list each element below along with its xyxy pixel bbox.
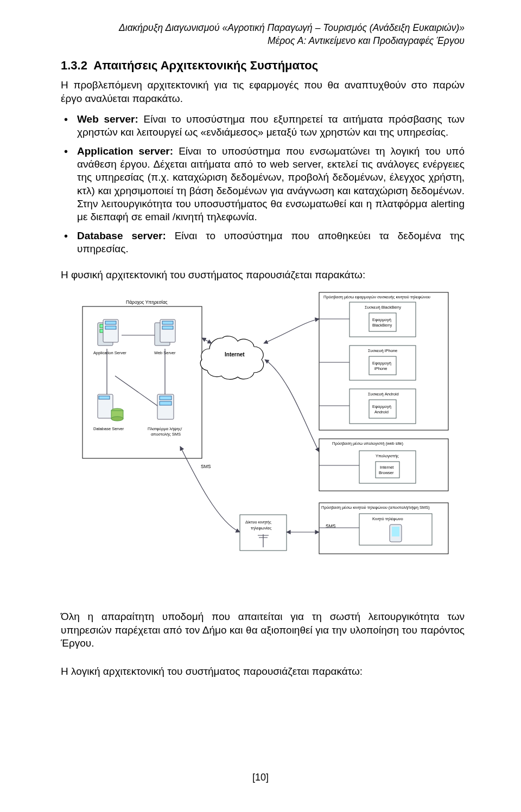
section-title: Απαιτήσεις Αρχιτεκτονικής Συστήματος bbox=[93, 59, 318, 72]
header-line-2: Μέρος Α: Αντικείμενο και Προδιαγραφές Έρ… bbox=[61, 35, 465, 48]
svg-rect-6 bbox=[105, 326, 116, 329]
diagram-pc: Υπολογιστής bbox=[376, 453, 399, 458]
diagram-a-dev: Συσκευή Android bbox=[368, 392, 399, 397]
diagram-browser2: Browser bbox=[379, 470, 394, 475]
closing-paragraph-2: Η λογική αρχιτεκτονική του συστήματος πα… bbox=[61, 665, 465, 678]
architecture-diagram: Πάροχος Υπηρεσίας Application Server Web… bbox=[72, 289, 454, 578]
diagram-bb-app2: BlackBerry bbox=[372, 323, 392, 328]
diagram-internet: Internet bbox=[225, 351, 245, 357]
bullet-lead: Web server: bbox=[77, 113, 138, 125]
bullet-lead: Application server: bbox=[77, 145, 173, 157]
diagram-i-app1: Εφαρμογή bbox=[372, 361, 391, 366]
diagram-db-server: Database Server bbox=[93, 426, 124, 431]
diagram-provider-label: Πάροχος Υπηρεσίας bbox=[126, 299, 168, 305]
diagram-sms-access: Πρόσβαση μέσω κινητού τηλεφώνου (αποστολ… bbox=[321, 505, 430, 510]
diagram-a-app1: Εφαρμογή bbox=[372, 404, 391, 409]
page-header: Διακήρυξη Διαγωνισμού «Αγροτική Παραγωγή… bbox=[61, 22, 465, 47]
bullet-lead: Database server: bbox=[77, 230, 166, 241]
diagram-bb-app1: Εφαρμογή bbox=[372, 317, 391, 322]
diagram-cellnet2: τηλεφωνίας bbox=[251, 526, 272, 530]
svg-rect-5 bbox=[105, 321, 116, 324]
svg-rect-18 bbox=[160, 401, 171, 405]
diagram-mobile: Κινητό τηλέφωνο bbox=[372, 516, 403, 521]
diagram-sms-1: SMS bbox=[201, 464, 211, 469]
list-item: Application server: Είναι το υποσύστημα … bbox=[61, 145, 465, 224]
physical-intro: Η φυσική αρχιτεκτονική του συστήματος πα… bbox=[61, 268, 465, 282]
svg-rect-12 bbox=[99, 396, 110, 399]
diagram-app-server: Application Server bbox=[93, 350, 126, 355]
svg-rect-10 bbox=[162, 326, 173, 329]
app-server-icon bbox=[98, 319, 118, 346]
svg-rect-30 bbox=[369, 400, 396, 418]
diagram-mobile-apps: Πρόσβαση μέσω εφαρμογών συσκευής κινητού… bbox=[323, 295, 430, 299]
sms-platform-icon bbox=[157, 394, 174, 419]
bullet-list: Web server: Είναι το υποσύστημα που εξυπ… bbox=[61, 113, 465, 255]
svg-rect-41 bbox=[392, 527, 399, 536]
list-item: Database server: Είναι το υποσύστημα που… bbox=[61, 229, 465, 256]
diagram-i-dev: Συσκευή iPhone bbox=[368, 348, 397, 353]
diagram-sms-platform-2: αποστολής SMS bbox=[151, 432, 181, 437]
closing-paragraph-1: Όλη η απαραίτητη υποδομή που απαιτείται … bbox=[61, 610, 465, 650]
svg-rect-28 bbox=[369, 356, 396, 375]
svg-point-15 bbox=[111, 417, 123, 421]
web-server-icon bbox=[155, 319, 175, 346]
section-heading: 1.3.2 Απαιτήσεις Αρχιτεκτονικής Συστήματ… bbox=[61, 58, 465, 73]
diagram-browser1: Internet bbox=[380, 465, 394, 470]
header-line-1: Διακήρυξη Διαγωνισμού «Αγροτική Παραγωγή… bbox=[61, 22, 465, 35]
svg-rect-26 bbox=[369, 313, 396, 331]
svg-rect-36 bbox=[376, 462, 399, 478]
section-number: 1.3.2 bbox=[61, 59, 87, 72]
page-number: [10] bbox=[0, 771, 521, 784]
svg-rect-9 bbox=[162, 321, 173, 324]
diagram-bb-dev: Συσκευή BlackBerry bbox=[365, 305, 401, 310]
svg-rect-17 bbox=[160, 396, 171, 400]
diagram-a-app2: Android bbox=[374, 410, 389, 414]
intro-paragraph: Η προβλεπόμενη αρχιτεκτονική για τις εφα… bbox=[61, 79, 465, 105]
diagram-sms-platform-1: Πλατφόρμα λήψης/ bbox=[148, 426, 182, 431]
diagram-web-access: Πρόσβαση μέσω υπολογιστή (web site) bbox=[332, 441, 404, 446]
svg-line-23 bbox=[202, 338, 212, 343]
diagram-i-app2: iPhone bbox=[374, 366, 387, 371]
list-item: Web server: Είναι το υποσύστημα που εξυπ… bbox=[61, 113, 465, 139]
bullet-rest: Είναι το υποσύστημα που ενσωματώνει τη λ… bbox=[77, 145, 465, 223]
diagram-cellnet1: Δίκτυο κινητής bbox=[245, 520, 271, 525]
